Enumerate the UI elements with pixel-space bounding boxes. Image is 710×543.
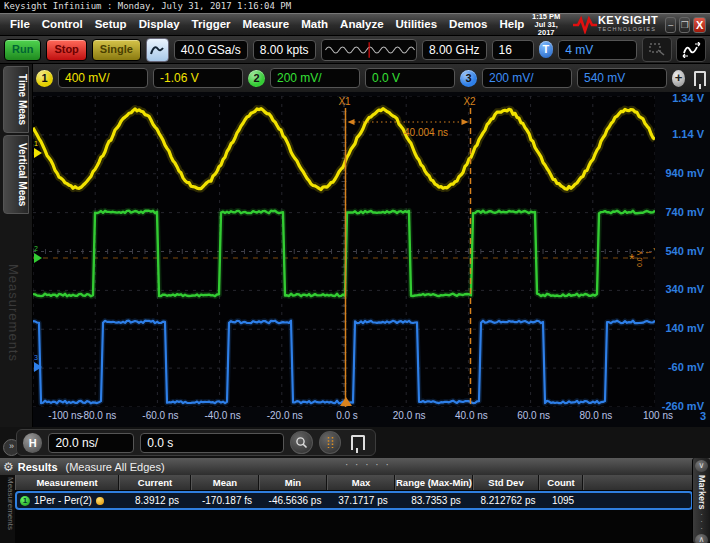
waveform-arrows-icon	[681, 42, 701, 58]
x1-label: X1	[338, 96, 351, 107]
channel-1-badge[interactable]: 1	[36, 70, 53, 87]
maximize-button[interactable]: ❐	[679, 17, 690, 33]
y2-offscreen-marker: *	[629, 251, 635, 267]
acquisition-preview[interactable]	[321, 39, 417, 61]
channel-2-offset-field[interactable]: 0.0 V	[365, 68, 455, 88]
time-label: 0.0 s	[315, 410, 379, 421]
result-value-cell: 8.3912 ps	[121, 495, 193, 506]
zoom-select-button[interactable]	[642, 37, 672, 62]
markers-dots: ···	[700, 511, 703, 532]
sidebar-tab-vertical-meas[interactable]: Vertical Meas	[3, 135, 29, 214]
column-header-measurement[interactable]: Measurement	[15, 475, 119, 490]
column-header-std-dev[interactable]: Std Dev	[473, 475, 539, 490]
trigger-level-field[interactable]: 4 mV	[558, 40, 637, 60]
pin-icon[interactable]	[351, 435, 365, 450]
menu-display[interactable]: Display	[133, 14, 186, 35]
result-value-cell: 37.1717 ps	[329, 495, 397, 506]
y2-label: ←Y2	[644, 246, 655, 256]
voltage-label: 940 mV	[665, 167, 704, 179]
menu-control[interactable]: Control	[36, 14, 89, 35]
channel-1-scale-field[interactable]: 400 mV/	[58, 68, 148, 88]
scope-display[interactable]: 123X1X240.004 ns*0.0 V←Y2	[33, 96, 655, 407]
clock: 1:15 PM Jul 31, 2017	[530, 13, 562, 37]
drag-handle[interactable]: · · · · ·	[345, 459, 391, 470]
time-label: 20.0 ns	[377, 410, 441, 421]
single-button[interactable]: Single	[92, 39, 141, 61]
run-button[interactable]: Run	[4, 39, 41, 61]
menu-bar: FileControlSetupDisplayTriggerMeasureMat…	[0, 13, 710, 36]
x2-label: X2	[463, 96, 476, 107]
touch-button[interactable]	[146, 38, 169, 62]
voltage-label: 140 mV	[665, 322, 704, 334]
time-label: 60.0 ns	[502, 410, 566, 421]
menu-math[interactable]: Math	[295, 14, 334, 35]
stop-button[interactable]: Stop	[46, 39, 86, 61]
delay-field[interactable]: 0.0 s	[140, 433, 284, 453]
channel-3-offset-field[interactable]: 540 mV	[577, 68, 667, 88]
marquee-zoom-icon	[648, 42, 666, 57]
results-panel: ⚙ Results (Measure All Edges) · · · · · …	[0, 458, 710, 543]
channel-2-scale-field[interactable]: 200 mV/	[270, 68, 360, 88]
channel-3-scale-field[interactable]: 200 mV/	[482, 68, 572, 88]
trigger-badge[interactable]: T	[539, 41, 554, 58]
results-header[interactable]: ⚙ Results (Measure All Edges) · · · · ·	[0, 458, 710, 476]
column-header-min[interactable]: Min	[259, 475, 327, 490]
column-header-max[interactable]: Max	[327, 475, 395, 490]
horizontal-panel: H 20.0 ns/ 0.0 s	[16, 429, 376, 456]
sample-rate-field[interactable]: 40.0 GSa/s	[174, 40, 248, 60]
menu-utilities[interactable]: Utilities	[390, 14, 444, 35]
measurement-status-badge: 1	[20, 496, 30, 506]
column-header-count[interactable]: Count	[539, 475, 583, 490]
measurement-cell: 1 1Per - Per(2)	[17, 495, 121, 506]
pin-icon[interactable]	[694, 71, 706, 86]
voltage-label: 340 mV	[665, 283, 704, 295]
menu-file[interactable]: File	[4, 14, 36, 35]
result-row[interactable]: 1 1Per - Per(2) 8.3912 ps-170.187 fs-46.…	[15, 491, 693, 510]
minimize-button[interactable]: –	[665, 17, 676, 33]
horizontal-badge[interactable]: H	[23, 433, 42, 453]
svg-text:2: 2	[34, 245, 38, 252]
column-header-current[interactable]: Current	[119, 475, 191, 490]
close-button[interactable]: X	[693, 17, 706, 33]
magnifier-icon	[295, 436, 308, 449]
zoom-mode-button[interactable]	[290, 431, 312, 454]
channel-2-badge[interactable]: 2	[248, 70, 265, 87]
add-channel-button[interactable]: +	[672, 70, 685, 87]
menu-trigger[interactable]: Trigger	[186, 14, 237, 35]
memory-depth-field[interactable]: 8.00 kpts	[253, 40, 316, 60]
channel-1-offset-field[interactable]: -1.06 V	[153, 68, 243, 88]
column-header-mean[interactable]: Mean	[191, 475, 259, 490]
svg-text:3: 3	[34, 354, 38, 361]
menu-measure[interactable]: Measure	[237, 14, 296, 35]
voltage-label: -60 mV	[668, 361, 704, 373]
menu-analyze[interactable]: Analyze	[334, 14, 389, 35]
sidebar-tab-time-meas[interactable]: Time Meas	[3, 66, 29, 133]
waveform-tools-button[interactable]	[676, 37, 706, 62]
markers-mode-button[interactable]	[319, 431, 341, 454]
gear-icon[interactable]: ⚙	[3, 459, 14, 475]
time-label: 40.0 ns	[439, 410, 503, 421]
dotted-markers-icon	[324, 436, 337, 449]
time-label: -60.0 ns	[128, 410, 192, 421]
y2-value-label: 0.0 V	[636, 250, 643, 267]
bandwidth-field[interactable]: 8.00 GHz	[422, 40, 487, 60]
chevron-up-icon[interactable]: ∧	[695, 534, 708, 543]
keysight-logo: KEYSIGHT TECHNOLOGIES	[572, 16, 658, 34]
column-header-filler	[583, 475, 693, 490]
time-label: -80.0 ns	[66, 410, 130, 421]
channel-3-badge[interactable]: 3	[460, 70, 477, 87]
markers-side-tab[interactable]: ∨ Markers ··· ∧	[692, 458, 710, 543]
menu-help[interactable]: Help	[493, 14, 530, 35]
brand-name: KEYSIGHT	[598, 16, 658, 25]
timebase-field[interactable]: 20.0 ns/	[48, 433, 134, 453]
clock-date: Jul 31, 2017	[530, 21, 562, 37]
results-table: MeasurementCurrentMeanMinMaxRange (Max-M…	[15, 475, 693, 510]
averages-field[interactable]: 16	[492, 40, 534, 60]
menu-setup[interactable]: Setup	[89, 14, 133, 35]
column-header-range-max-min-[interactable]: Range (Max-Min)	[395, 475, 473, 490]
touch-icon	[149, 43, 165, 57]
measurements-side-tab[interactable]: Measurements	[0, 475, 15, 543]
chevron-down-icon[interactable]: ∨	[695, 460, 708, 472]
menu-demos[interactable]: Demos	[443, 14, 493, 35]
window-title: Keysight Infiniium : Monday, July 31, 20…	[0, 0, 710, 13]
